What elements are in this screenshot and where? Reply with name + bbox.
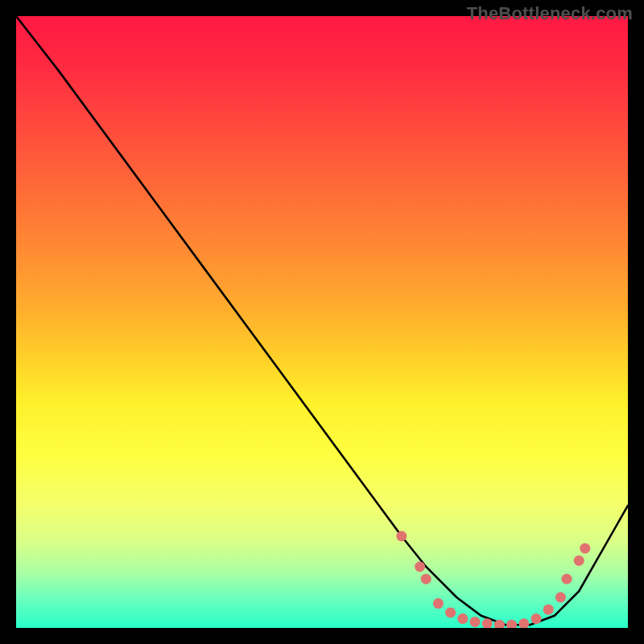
- watermark-text: TheBottleneck.com: [467, 3, 633, 24]
- chart-stage: TheBottleneck.com: [0, 0, 644, 644]
- gradient-plot-area: [16, 16, 628, 628]
